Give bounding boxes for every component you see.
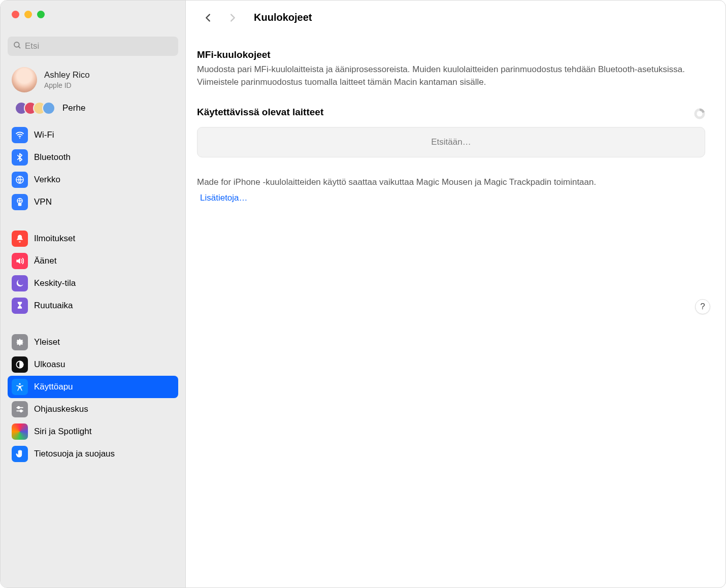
sidebar-item-accessibility[interactable]: Käyttöapu bbox=[8, 376, 178, 398]
sidebar-item-wifi[interactable]: Wi-Fi bbox=[8, 124, 178, 146]
searching-label: Etsitään… bbox=[431, 137, 471, 147]
available-devices-heading: Käytettävissä olevat laitteet bbox=[197, 107, 323, 118]
sidebar-item-label: Ruutuaika bbox=[34, 301, 73, 311]
sidebar-section-system: Yleiset Ulkoasu Käyttöapu Ohjauskeskus bbox=[1, 328, 185, 468]
forward-button[interactable] bbox=[225, 11, 240, 25]
sidebar-item-notifications[interactable]: Ilmoitukset bbox=[8, 227, 178, 250]
hourglass-icon bbox=[12, 298, 28, 314]
window-controls bbox=[1, 1, 185, 26]
mfi-note: Made for iPhone -kuulolaitteiden käyttö … bbox=[197, 176, 705, 189]
sidebar-item-label: Tietosuoja ja suojaus bbox=[34, 449, 115, 459]
back-button[interactable] bbox=[201, 11, 215, 25]
minimize-window-button[interactable] bbox=[24, 11, 32, 18]
available-devices-section: Käytettävissä olevat laitteet Etsitään… bbox=[197, 107, 705, 157]
sidebar-item-sound[interactable]: Äänet bbox=[8, 250, 178, 272]
page-title: Kuulokojeet bbox=[254, 12, 312, 23]
family-avatar bbox=[42, 102, 55, 115]
sidebar-item-appearance[interactable]: Ulkoasu bbox=[8, 353, 178, 376]
search-icon bbox=[13, 41, 22, 52]
searching-placeholder: Etsitään… bbox=[197, 127, 705, 157]
learn-more-link[interactable]: Lisätietoja… bbox=[197, 193, 248, 203]
bluetooth-icon bbox=[12, 149, 28, 166]
sidebar-item-label: Keskity-tila bbox=[34, 278, 76, 288]
family-row[interactable]: Perhe bbox=[1, 99, 185, 121]
family-avatars bbox=[15, 102, 55, 115]
sidebar-item-label: Siri ja Spotlight bbox=[34, 427, 91, 437]
close-window-button[interactable] bbox=[12, 11, 19, 18]
header: Kuulokojeet bbox=[186, 1, 725, 35]
sidebar: Ashley Rico Apple ID Perhe Wi-Fi bbox=[1, 1, 186, 587]
speaker-icon bbox=[12, 253, 28, 269]
user-avatar bbox=[12, 67, 37, 92]
mfi-section: MFi-kuulokojeet Muodosta pari MFi-kuulol… bbox=[197, 49, 705, 88]
sidebar-section-alerts: Ilmoitukset Äänet Keskity-tila Ruutuaika bbox=[1, 224, 185, 320]
sidebar-item-focus[interactable]: Keskity-tila bbox=[8, 272, 178, 295]
sidebar-item-screentime[interactable]: Ruutuaika bbox=[8, 295, 178, 317]
appearance-icon bbox=[12, 356, 28, 373]
sidebar-item-label: Käyttöapu bbox=[34, 382, 73, 392]
sidebar-item-label: Yleiset bbox=[34, 337, 60, 347]
sidebar-item-network[interactable]: Verkko bbox=[8, 169, 178, 191]
sidebar-item-label: Ohjauskeskus bbox=[34, 404, 88, 414]
spinner-icon bbox=[694, 108, 705, 119]
svg-point-7 bbox=[19, 383, 20, 385]
svg-point-9 bbox=[18, 407, 20, 409]
sidebar-item-siri-spotlight[interactable]: Siri ja Spotlight bbox=[8, 420, 178, 443]
help-icon: ? bbox=[700, 302, 705, 312]
apple-id-label: Apple ID bbox=[44, 81, 90, 89]
globe-icon bbox=[12, 172, 28, 188]
sidebar-section-network: Wi-Fi Bluetooth Verkko VPN bbox=[1, 121, 185, 216]
sliders-icon bbox=[12, 401, 28, 417]
search-input[interactable] bbox=[25, 41, 173, 51]
accessibility-icon bbox=[12, 379, 28, 395]
zoom-window-button[interactable] bbox=[37, 11, 45, 18]
vpn-icon bbox=[12, 194, 28, 210]
mfi-heading: MFi-kuulokojeet bbox=[197, 49, 705, 60]
apple-id-row[interactable]: Ashley Rico Apple ID bbox=[1, 63, 185, 99]
svg-point-11 bbox=[20, 410, 22, 412]
svg-point-2 bbox=[19, 138, 20, 139]
svg-point-0 bbox=[14, 42, 19, 47]
help-button[interactable]: ? bbox=[695, 299, 710, 314]
siri-icon bbox=[12, 423, 28, 440]
main-content: MFi-kuulokojeet Muodosta pari MFi-kuulol… bbox=[186, 35, 725, 213]
sidebar-item-label: Ilmoitukset bbox=[34, 234, 75, 244]
moon-icon bbox=[12, 275, 28, 291]
svg-line-1 bbox=[18, 46, 20, 48]
gear-icon bbox=[12, 334, 28, 350]
sidebar-item-label: Äänet bbox=[34, 256, 56, 266]
sidebar-item-label: Wi-Fi bbox=[34, 130, 54, 140]
user-name: Ashley Rico bbox=[44, 70, 90, 80]
sidebar-item-control-center[interactable]: Ohjauskeskus bbox=[8, 398, 178, 420]
sidebar-item-label: Verkko bbox=[34, 175, 60, 185]
sidebar-item-label: Bluetooth bbox=[34, 152, 71, 162]
hand-icon bbox=[12, 446, 28, 462]
settings-window: Ashley Rico Apple ID Perhe Wi-Fi bbox=[0, 0, 726, 588]
sidebar-item-vpn[interactable]: VPN bbox=[8, 191, 178, 213]
sidebar-item-bluetooth[interactable]: Bluetooth bbox=[8, 146, 178, 169]
family-label: Perhe bbox=[62, 103, 85, 113]
svg-rect-5 bbox=[18, 203, 22, 206]
sidebar-item-label: Ulkoasu bbox=[34, 360, 65, 370]
sidebar-item-general[interactable]: Yleiset bbox=[8, 331, 178, 353]
sidebar-item-privacy[interactable]: Tietosuoja ja suojaus bbox=[8, 443, 178, 465]
sidebar-item-label: VPN bbox=[34, 197, 52, 207]
search-field[interactable] bbox=[8, 37, 178, 56]
wifi-icon bbox=[12, 127, 28, 143]
bell-icon bbox=[12, 231, 28, 247]
mfi-description: Muodosta pari MFi-kuulolaitteista ja ään… bbox=[197, 63, 705, 88]
content-pane: Kuulokojeet MFi-kuulokojeet Muodosta par… bbox=[186, 1, 725, 587]
